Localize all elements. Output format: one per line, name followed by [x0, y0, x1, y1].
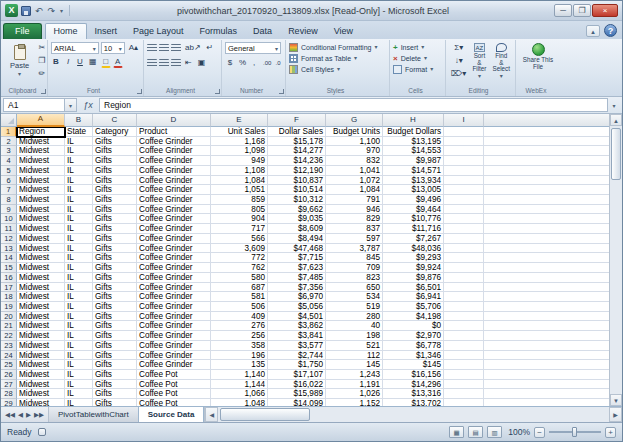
autosum-icon[interactable]: Σ▾	[449, 42, 468, 54]
sort-filter-button[interactable]: AZ Sort & Filter ▾	[470, 42, 488, 80]
cell[interactable]	[444, 137, 484, 147]
cell[interactable]: Budget Dollars	[383, 127, 444, 137]
cell[interactable]	[484, 214, 609, 224]
align-right-icon[interactable]	[171, 59, 181, 67]
cell[interactable]: Coffee Grinder	[137, 195, 211, 205]
row-header-12[interactable]: 12	[1, 234, 17, 244]
cell[interactable]: Midwest	[17, 273, 65, 283]
cell[interactable]: $13,195	[383, 137, 444, 147]
column-header-A[interactable]: A	[17, 114, 65, 127]
cell[interactable]: IL	[65, 360, 93, 370]
cell[interactable]: Coffee Grinder	[137, 244, 211, 254]
cell[interactable]: $9,876	[383, 273, 444, 283]
cell[interactable]: IL	[65, 137, 93, 147]
cell[interactable]: $14,277	[268, 146, 326, 156]
cell[interactable]: $17,107	[268, 370, 326, 380]
cell[interactable]: $10,776	[383, 214, 444, 224]
cell[interactable]: Midwest	[17, 244, 65, 254]
fill-icon[interactable]: ↓▾	[449, 55, 468, 67]
dialog-launcher-icon[interactable]	[137, 89, 142, 94]
cell[interactable]: Midwest	[17, 360, 65, 370]
cell[interactable]: $9,496	[383, 195, 444, 205]
cell[interactable]: Midwest	[17, 214, 65, 224]
cell[interactable]: Gifts	[93, 224, 137, 234]
cell[interactable]: Gifts	[93, 273, 137, 283]
align-top-icon[interactable]	[147, 44, 157, 52]
cell[interactable]: Midwest	[17, 253, 65, 263]
cell[interactable]: $9,924	[383, 263, 444, 273]
cell[interactable]: $3,577	[268, 341, 326, 351]
cell[interactable]: 1,243	[326, 370, 383, 380]
cell[interactable]: 112	[326, 351, 383, 361]
cell[interactable]: 1,072	[326, 176, 383, 186]
page-layout-view-icon[interactable]: ▤	[468, 426, 483, 438]
cell[interactable]: IL	[65, 273, 93, 283]
row-header-6[interactable]: 6	[1, 176, 17, 186]
cell[interactable]: $2,970	[383, 331, 444, 341]
font-name-select[interactable]: ARIAL ▾	[51, 42, 99, 54]
cell[interactable]	[484, 312, 609, 322]
cell[interactable]	[444, 185, 484, 195]
cell[interactable]: IL	[65, 205, 93, 215]
cell[interactable]	[484, 195, 609, 205]
cell[interactable]: IL	[65, 370, 93, 380]
scroll-down-icon[interactable]: ▼	[610, 394, 622, 406]
cell[interactable]: Midwest	[17, 331, 65, 341]
row-header-15[interactable]: 15	[1, 263, 17, 273]
cell[interactable]	[444, 263, 484, 273]
cell[interactable]: $11,716	[383, 224, 444, 234]
cell[interactable]: 904	[211, 214, 268, 224]
cell[interactable]: $7,356	[268, 283, 326, 293]
cell[interactable]: Gifts	[93, 341, 137, 351]
cell[interactable]	[444, 312, 484, 322]
vertical-scrollbar[interactable]: ▲ ▼	[609, 114, 622, 406]
cell[interactable]: $8,494	[268, 234, 326, 244]
cell[interactable]: $145	[383, 360, 444, 370]
tab-page-layout[interactable]: Page Layout	[125, 24, 192, 39]
cell[interactable]: IL	[65, 292, 93, 302]
cell[interactable]: State	[65, 127, 93, 137]
cell[interactable]: Coffee Grinder	[137, 176, 211, 186]
cell[interactable]: $4,501	[268, 312, 326, 322]
cell[interactable]: $9,987	[383, 156, 444, 166]
cell[interactable]: Coffee Grinder	[137, 312, 211, 322]
cell[interactable]	[444, 273, 484, 283]
cell[interactable]: $5,706	[383, 302, 444, 312]
cell[interactable]: $6,778	[383, 341, 444, 351]
scroll-left-icon[interactable]: ◀	[205, 407, 218, 422]
file-tab[interactable]: File	[3, 23, 42, 39]
cell[interactable]: Dollar Sales	[268, 127, 326, 137]
cell[interactable]	[484, 331, 609, 341]
row-header-13[interactable]: 13	[1, 244, 17, 254]
row-header-25[interactable]: 25	[1, 360, 17, 370]
copy-icon[interactable]: ❐	[36, 55, 47, 67]
cell[interactable]: IL	[65, 244, 93, 254]
cell[interactable]	[444, 205, 484, 215]
cell[interactable]	[444, 234, 484, 244]
cell[interactable]: IL	[65, 380, 93, 390]
cell[interactable]	[484, 273, 609, 283]
cell[interactable]: Coffee Grinder	[137, 185, 211, 195]
cell[interactable]: Midwest	[17, 321, 65, 331]
merge-center-icon[interactable]: ▣	[196, 57, 208, 69]
cell[interactable]: Budget Units	[326, 127, 383, 137]
cell[interactable]: IL	[65, 331, 93, 341]
cell[interactable]: Coffee Pot	[137, 399, 211, 406]
row-header-2[interactable]: 2	[1, 137, 17, 147]
name-box-dropdown-icon[interactable]: ▾	[65, 98, 77, 112]
row-header-9[interactable]: 9	[1, 205, 17, 215]
cell[interactable]: Midwest	[17, 380, 65, 390]
cell[interactable]	[484, 292, 609, 302]
cell[interactable]: Midwest	[17, 283, 65, 293]
cell[interactable]: Gifts	[93, 283, 137, 293]
column-header-D[interactable]: D	[137, 114, 211, 127]
decrease-indent-icon[interactable]: ⇤	[183, 57, 194, 69]
accounting-format-icon[interactable]: $	[225, 57, 235, 69]
cell[interactable]: 949	[211, 156, 268, 166]
cell[interactable]: IL	[65, 146, 93, 156]
cell[interactable]	[484, 146, 609, 156]
cell[interactable]	[444, 176, 484, 186]
cell[interactable]	[444, 244, 484, 254]
cell[interactable]	[444, 399, 484, 406]
cell[interactable]: Gifts	[93, 370, 137, 380]
